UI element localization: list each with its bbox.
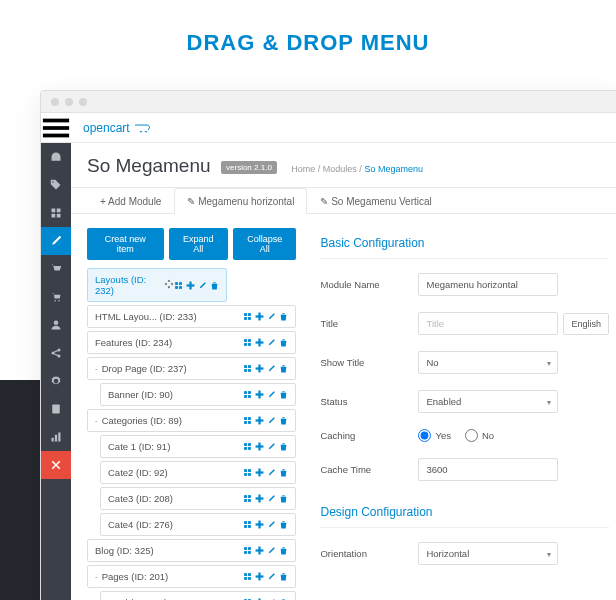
svg-point-10	[58, 355, 61, 358]
svg-rect-75	[245, 547, 248, 550]
tab-megamenu-horizontal[interactable]: ✎ Megamenu horizontal	[174, 188, 307, 214]
svg-rect-3	[52, 209, 56, 213]
design-icon[interactable]	[41, 227, 71, 255]
tree-item-actions[interactable]	[243, 546, 288, 555]
language-selector[interactable]: English	[563, 313, 609, 335]
svg-rect-74	[256, 523, 264, 525]
show-title-label: Show Title	[320, 357, 418, 368]
tree-item[interactable]: Features (ID: 234)	[87, 331, 296, 354]
show-title-select[interactable]: No	[418, 351, 558, 374]
svg-point-9	[58, 349, 61, 352]
tree-item-actions[interactable]	[174, 281, 219, 290]
svg-rect-28	[249, 339, 252, 342]
svg-rect-63	[245, 495, 248, 498]
svg-rect-22	[249, 313, 252, 316]
tree-item-actions[interactable]	[243, 442, 288, 451]
tree-item[interactable]: Cate3 (ID: 208)	[100, 487, 296, 510]
gear-icon[interactable]	[41, 367, 71, 395]
tree-item-actions[interactable]	[243, 520, 288, 529]
svg-rect-57	[245, 469, 248, 472]
orientation-label: Orientation	[320, 548, 418, 559]
crumb-modules[interactable]: Modules	[323, 164, 357, 174]
cache-time-label: Cache Time	[320, 464, 418, 475]
clipboard-icon[interactable]	[41, 395, 71, 423]
tree-item-actions[interactable]	[243, 312, 288, 321]
svg-rect-0	[43, 118, 69, 122]
tree-item-actions[interactable]	[243, 338, 288, 347]
title-input[interactable]	[418, 312, 558, 335]
tree-item-actions[interactable]	[243, 572, 288, 581]
svg-rect-15	[175, 282, 178, 285]
tree-item[interactable]: Html (ID: 275)	[100, 591, 296, 600]
content-area: Creat new item Expand All Collapse All L…	[71, 214, 616, 600]
module-name-input[interactable]	[418, 273, 558, 296]
window-dot	[51, 98, 59, 106]
collapse-all-button[interactable]: Collapse All	[233, 228, 297, 260]
status-select[interactable]: Enabled	[418, 390, 558, 413]
tree-item-actions[interactable]	[243, 364, 288, 373]
decorative-bg	[0, 380, 40, 600]
sidebar-rail	[41, 113, 71, 600]
tree-item[interactable]: -Drop Page (ID: 237)	[87, 357, 296, 380]
tab-add-module[interactable]: + Add Module	[87, 188, 174, 214]
tree-item[interactable]: Blog (ID: 325)	[87, 539, 296, 562]
tree-item[interactable]: -Categories (ID: 89)	[87, 409, 296, 432]
svg-rect-60	[249, 473, 252, 476]
svg-rect-18	[179, 286, 182, 289]
page-title: So Megamenu	[87, 155, 211, 177]
tag-icon[interactable]	[41, 171, 71, 199]
tree-item-label: Pages (ID: 201)	[102, 571, 244, 582]
tree-item[interactable]: HTML Layou... (ID: 233)	[87, 305, 296, 328]
svg-rect-65	[245, 499, 248, 502]
dashboard-icon[interactable]	[41, 143, 71, 171]
field-status: Status Enabled	[320, 390, 609, 413]
extensions-icon[interactable]	[41, 199, 71, 227]
svg-rect-48	[249, 421, 252, 424]
create-item-button[interactable]: Creat new item	[87, 228, 164, 260]
tree-item[interactable]: Cate2 (ID: 92)	[100, 461, 296, 484]
tree-item-label: Blog (ID: 325)	[95, 545, 243, 556]
svg-rect-80	[256, 549, 264, 551]
rail-toggle[interactable]	[41, 113, 71, 143]
orientation-select[interactable]: Horizontal	[418, 542, 558, 565]
cart-icon[interactable]	[41, 283, 71, 311]
svg-rect-56	[256, 445, 264, 447]
tree-item[interactable]: Layouts (ID: 232)	[87, 268, 227, 302]
app-window: opencart So Megamenu version 2.1.0 Home …	[40, 90, 616, 600]
svg-rect-5	[52, 214, 56, 218]
tree-item[interactable]: -Pages (ID: 201)	[87, 565, 296, 588]
tree-item[interactable]: Banner (ID: 90)	[100, 383, 296, 406]
svg-rect-29	[245, 343, 248, 346]
svg-rect-32	[256, 341, 264, 343]
tree-item-actions[interactable]	[243, 468, 288, 477]
tree-item-actions[interactable]	[243, 390, 288, 399]
chart-icon[interactable]	[41, 423, 71, 451]
menu-tree: Layouts (ID: 232)HTML Layou... (ID: 233)…	[87, 268, 296, 600]
svg-rect-27	[245, 339, 248, 342]
svg-rect-45	[245, 417, 248, 420]
svg-rect-59	[245, 473, 248, 476]
share-icon[interactable]	[41, 339, 71, 367]
field-orientation: Orientation Horizontal	[320, 542, 609, 565]
field-title: Title English	[320, 312, 609, 335]
field-caching: Caching Yes No	[320, 429, 609, 442]
svg-rect-16	[179, 282, 182, 285]
svg-rect-20	[187, 284, 195, 286]
caching-no-radio[interactable]: No	[465, 429, 494, 442]
tree-item[interactable]: Cate4 (ID: 276)	[100, 513, 296, 536]
cache-time-input[interactable]	[418, 458, 558, 481]
caching-yes-radio[interactable]: Yes	[418, 429, 451, 442]
tab-megamenu-vertical[interactable]: ✎ So Megamenu Vertical	[307, 188, 444, 214]
tree-item-actions[interactable]	[243, 494, 288, 503]
svg-rect-54	[249, 447, 252, 450]
close-icon[interactable]	[41, 451, 71, 479]
crumb-home[interactable]: Home	[291, 164, 315, 174]
sales-icon[interactable]	[41, 255, 71, 283]
expand-all-button[interactable]: Expand All	[169, 228, 228, 260]
user-icon[interactable]	[41, 311, 71, 339]
svg-rect-53	[245, 447, 248, 450]
tree-item[interactable]: Cate 1 (ID: 91)	[100, 435, 296, 458]
page-heading: DRAG & DROP MENU	[0, 0, 616, 81]
tree-item-actions[interactable]	[243, 416, 288, 425]
field-module-name: Module Name	[320, 273, 609, 296]
